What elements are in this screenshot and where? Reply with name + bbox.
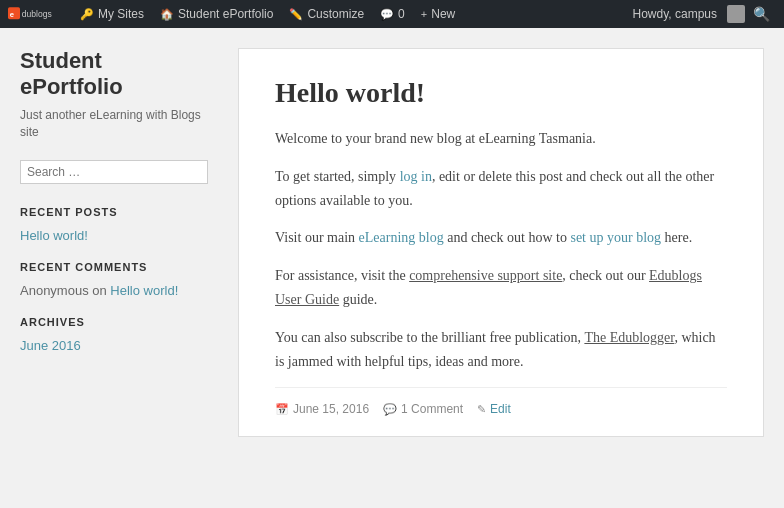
comments-label: 0 (398, 7, 405, 21)
admin-bar: e dublogs 🔑 My Sites 🏠 Student ePortfoli… (0, 0, 784, 28)
site-icon: 🏠 (160, 8, 174, 21)
key-icon: 🔑 (80, 8, 94, 21)
archive-link-0[interactable]: June 2016 (20, 338, 208, 353)
post-date: 📅 June 15, 2016 (275, 402, 369, 416)
comment-bubble-icon: 💬 (383, 403, 397, 416)
post-edit-link[interactable]: Edit (490, 402, 511, 416)
search-box[interactable] (20, 160, 208, 184)
post-date-link[interactable]: June 15, 2016 (293, 402, 369, 416)
user-avatar[interactable] (727, 5, 745, 23)
recent-posts-title: RECENT POSTS (20, 206, 208, 218)
my-sites-label: My Sites (98, 7, 144, 21)
elearning-blog-link[interactable]: eLearning blog (359, 230, 444, 245)
post-meta: 📅 June 15, 2016 💬 1 Comment ✎ Edit (275, 387, 727, 416)
comment-on: on (92, 283, 110, 298)
search-icon[interactable]: 🔍 (747, 6, 776, 22)
student-eportfolio-menu[interactable]: 🏠 Student ePortfolio (152, 0, 281, 28)
svg-text:dublogs: dublogs (22, 9, 52, 19)
logo[interactable]: e dublogs (8, 5, 68, 23)
main-content: Hello world! Welcome to your brand new b… (228, 28, 784, 508)
edublogger-link[interactable]: The Edublogger (584, 330, 674, 345)
student-eportfolio-label: Student ePortfolio (178, 7, 273, 21)
admin-bar-right: Howdy, campus 🔍 (629, 5, 776, 23)
customize-label: Customize (307, 7, 364, 21)
post-comments: 💬 1 Comment (383, 402, 463, 416)
post-paragraph-1: To get started, simply log in, edit or d… (275, 165, 727, 213)
page-wrapper: Student ePortfolio Just another eLearnin… (0, 28, 784, 508)
recent-post-link-0[interactable]: Hello world! (20, 228, 208, 243)
post-comments-link[interactable]: 1 Comment (401, 402, 463, 416)
login-link[interactable]: log in (400, 169, 432, 184)
site-title: Student ePortfolio (20, 48, 208, 101)
sidebar: Student ePortfolio Just another eLearnin… (0, 28, 228, 508)
customize-menu[interactable]: ✏️ Customize (281, 0, 372, 28)
comment-post-link[interactable]: Hello world! (110, 283, 178, 298)
calendar-icon: 📅 (275, 403, 289, 416)
comment-author: Anonymous (20, 283, 89, 298)
comment-icon: 💬 (380, 8, 394, 21)
recent-posts-section: RECENT POSTS Hello world! (20, 206, 208, 243)
howdy-text: Howdy, campus (629, 7, 721, 21)
post-edit: ✎ Edit (477, 402, 511, 416)
customize-icon: ✏️ (289, 8, 303, 21)
comments-menu[interactable]: 💬 0 (372, 0, 413, 28)
post-paragraph-3: For assistance, visit the comprehensive … (275, 264, 727, 312)
new-label: New (431, 7, 455, 21)
post-body: Welcome to your brand new blog at eLearn… (275, 127, 727, 373)
archives-section: ARCHIVES June 2016 (20, 316, 208, 353)
post-paragraph-4: You can also subscribe to the brilliant … (275, 326, 727, 374)
site-tagline: Just another eLearning with Blogs site (20, 107, 208, 141)
post-paragraph-0: Welcome to your brand new blog at eLearn… (275, 127, 727, 151)
archives-title: ARCHIVES (20, 316, 208, 328)
post-paragraph-2: Visit our main eLearning blog and check … (275, 226, 727, 250)
recent-comment-0: Anonymous on Hello world! (20, 283, 208, 298)
search-input[interactable] (27, 165, 201, 179)
post-title: Hello world! (275, 77, 727, 109)
setup-blog-link[interactable]: set up your blog (570, 230, 661, 245)
pencil-icon: ✎ (477, 403, 486, 416)
new-menu[interactable]: + New (413, 0, 463, 28)
recent-comments-section: RECENT COMMENTS Anonymous on Hello world… (20, 261, 208, 298)
svg-text:e: e (10, 10, 15, 19)
support-site-link[interactable]: comprehensive support site (409, 268, 562, 283)
my-sites-menu[interactable]: 🔑 My Sites (72, 0, 152, 28)
post-card: Hello world! Welcome to your brand new b… (238, 48, 764, 437)
recent-comments-title: RECENT COMMENTS (20, 261, 208, 273)
admin-bar-items: 🔑 My Sites 🏠 Student ePortfolio ✏️ Custo… (72, 0, 629, 28)
plus-icon: + (421, 8, 427, 20)
